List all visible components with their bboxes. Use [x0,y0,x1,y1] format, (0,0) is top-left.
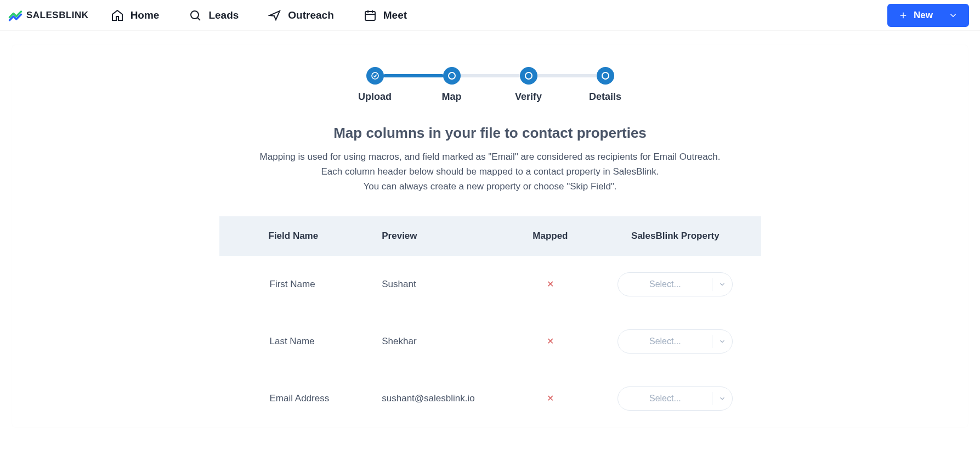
ring-icon [525,72,533,80]
cell-field-name: Last Name [219,313,366,370]
nav-home-label: Home [131,9,160,21]
cell-property: Select... [590,370,761,427]
brand-name: SALESBLINK [26,10,89,21]
cell-mapped: ✕ [511,370,590,427]
step-map-label: Map [442,91,462,103]
col-property: SalesBlink Property [590,216,761,256]
step-details-circle [597,67,614,85]
logo-mark-icon [8,8,23,23]
col-mapped: Mapped [511,216,590,256]
connector-3 [537,74,597,77]
home-icon [111,9,124,22]
x-icon: ✕ [547,337,554,346]
heading-line-1: Mapping is used for using macros, and fi… [12,149,968,164]
connector-2 [460,74,520,77]
chevron-down-icon [712,281,732,288]
nav-items: Home Leads Outreach Meet [111,9,407,22]
property-select[interactable]: Select... [618,329,733,354]
nav-leads[interactable]: Leads [189,9,239,22]
heading-line-2: Each column header below should be mappe… [12,164,968,179]
section-heading: Map columns in your file to contact prop… [12,125,968,194]
nav-leads-label: Leads [208,9,239,21]
col-preview: Preview [365,216,511,256]
cell-preview: Sushant [365,256,511,313]
top-navigation: SALESBLINK Home Leads Outreach Meet [0,0,980,31]
property-select[interactable]: Select... [618,386,733,411]
step-upload-label: Upload [358,91,392,103]
table-header-row: Field Name Preview Mapped SalesBlink Pro… [219,216,761,256]
cell-mapped: ✕ [511,313,590,370]
svg-rect-2 [365,12,375,20]
heading-line-3: You can always create a new property or … [12,179,968,194]
chevron-down-icon [712,338,732,345]
nav-home[interactable]: Home [111,9,160,22]
brand-logo[interactable]: SALESBLINK [8,8,89,23]
nav-meet-label: Meet [383,9,407,21]
check-circle-icon [371,71,379,80]
main-panel: Upload Map Verify Details Map columns in… [12,45,968,427]
select-placeholder: Select... [618,279,712,289]
search-icon [189,9,202,22]
send-icon [268,9,281,22]
cell-property: Select... [590,256,761,313]
cell-preview: Shekhar [365,313,511,370]
step-upload[interactable]: Upload [337,67,413,103]
step-details[interactable]: Details [567,67,644,103]
cell-mapped: ✕ [511,256,590,313]
svg-line-1 [198,18,201,20]
step-verify-circle [520,67,537,85]
step-upload-circle [366,67,384,85]
calendar-icon [364,9,377,22]
connector-1 [383,74,444,77]
cell-preview: sushant@salesblink.io [365,370,511,427]
step-map-circle [443,67,461,85]
new-button-label: New [914,10,933,21]
ring-icon [448,72,456,80]
cell-field-name: Email Address [219,370,366,427]
x-icon: ✕ [547,279,554,289]
select-placeholder: Select... [618,337,712,346]
table-row: First Name Sushant ✕ Select... [219,256,761,313]
step-details-label: Details [589,91,621,103]
x-icon: ✕ [547,394,554,403]
new-button[interactable]: New [887,4,969,27]
nav-outreach-label: Outreach [288,9,333,21]
svg-point-0 [191,11,199,19]
table-row: Email Address sushant@salesblink.io ✕ Se… [219,370,761,427]
stepper: Upload Map Verify Details [12,67,968,103]
cell-field-name: First Name [219,256,366,313]
step-verify[interactable]: Verify [490,67,567,103]
cell-property: Select... [590,313,761,370]
table-row: Last Name Shekhar ✕ Select... [219,313,761,370]
step-map[interactable]: Map [413,67,490,103]
page-title: Map columns in your file to contact prop… [12,125,968,142]
chevron-down-icon [712,395,732,402]
step-verify-label: Verify [515,91,542,103]
nav-outreach[interactable]: Outreach [268,9,333,22]
select-placeholder: Select... [618,394,712,403]
plus-icon [898,10,908,20]
nav-meet[interactable]: Meet [364,9,407,22]
chevron-down-icon [948,10,958,20]
mapping-table: Field Name Preview Mapped SalesBlink Pro… [219,216,761,427]
ring-icon [602,72,609,80]
property-select[interactable]: Select... [618,272,733,296]
col-field-name: Field Name [219,216,366,256]
